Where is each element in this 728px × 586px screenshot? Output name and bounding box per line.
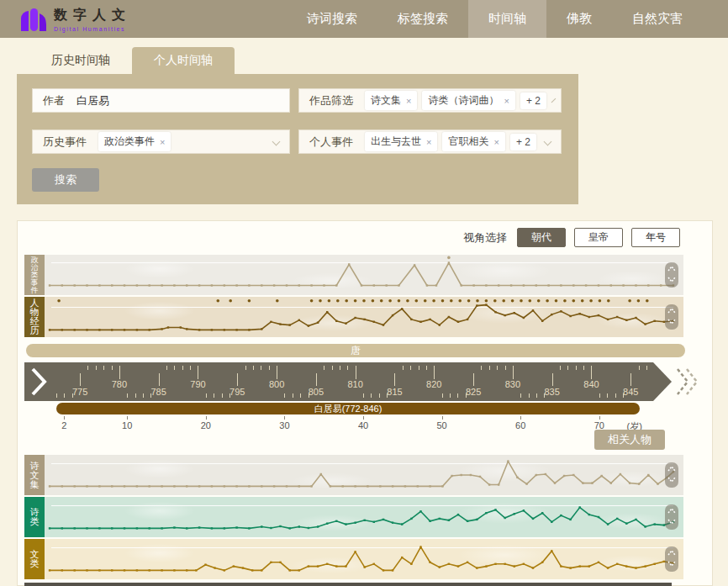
- filter-tag[interactable]: 出生与去世×: [365, 132, 437, 151]
- year-label: 815: [387, 387, 402, 397]
- filter-tag-label: 诗类（诗词曲）: [428, 93, 499, 108]
- event-charts: 政治类事件人物经历: [24, 255, 685, 337]
- year-label: 845: [623, 387, 638, 397]
- year-tick-major: [159, 373, 160, 386]
- chart-row-shilei: 诗类: [24, 497, 685, 537]
- chevron-down-icon[interactable]: [544, 138, 552, 146]
- timeline-tabs: 历史时间轴个人时间轴: [29, 49, 235, 74]
- nav-item-标签搜索[interactable]: 标签搜索: [377, 0, 468, 38]
- app-header: 数字人文 Digital Humanities 诗词搜索标签搜索时间轴佛教自然灾…: [0, 0, 728, 38]
- view-button-朝代[interactable]: 朝代: [517, 228, 566, 247]
- year-tick-major: [356, 366, 356, 379]
- personal-event-select[interactable]: 个人事件 出生与去世×官职相关×+ 2: [298, 129, 562, 154]
- author-field[interactable]: 作者 白居易: [32, 88, 290, 113]
- year-tick-minor: [363, 393, 364, 398]
- year-label: 820: [426, 379, 441, 389]
- year-tick-minor: [261, 366, 261, 370]
- year-tick-major: [473, 373, 474, 386]
- remove-tag-icon[interactable]: ×: [504, 96, 509, 106]
- age-tick: [363, 416, 364, 420]
- age-axis: 210203040506070(岁): [24, 416, 685, 430]
- filter-panel: 作者 白居易 作品筛选 诗文集×诗类（诗词曲）×+ 2 历史事件 政治类事件× …: [17, 74, 578, 204]
- chart-label-life-events: 人物经历: [24, 297, 45, 337]
- year-tick-minor: [403, 366, 404, 370]
- filter-tag-label: 出生与去世: [371, 135, 421, 149]
- age-label: 10: [122, 420, 132, 430]
- year-tick-minor: [190, 366, 191, 370]
- year-tick-major: [513, 366, 514, 379]
- view-select-buttons: 朝代皇帝年号: [517, 228, 680, 247]
- nav-item-自然灾害[interactable]: 自然灾害: [612, 0, 703, 38]
- personal-event-chips: 出生与去世×官职相关×+ 2: [365, 132, 538, 151]
- year-tick-major: [552, 373, 553, 386]
- year-tick-minor: [481, 366, 482, 370]
- chart-plot-shilei: [45, 497, 683, 537]
- year-tick-minor: [607, 393, 608, 398]
- timeline-chart-panel: 视角选择 朝代皇帝年号 政治类事件人物经历 唐 7757807857907958…: [17, 220, 713, 586]
- age-label: 60: [515, 420, 525, 430]
- year-tick-major: [237, 373, 238, 386]
- chart-label-shilei: 诗类: [24, 497, 45, 537]
- year-tick-minor: [347, 366, 348, 370]
- year-tick-minor: [269, 366, 270, 370]
- age-label: 2: [61, 420, 66, 430]
- year-tick-minor: [576, 366, 577, 370]
- logo-title: 数字人文: [54, 7, 131, 24]
- age-tick: [520, 416, 521, 420]
- search-button[interactable]: 搜索: [32, 168, 99, 192]
- chart-resize-handle[interactable]: [665, 462, 678, 488]
- year-tick-minor: [253, 366, 254, 370]
- more-tags-chip[interactable]: + 2: [520, 92, 546, 109]
- dynasty-bar[interactable]: 唐: [26, 344, 685, 357]
- year-label: 835: [544, 387, 559, 397]
- year-tick-major: [316, 373, 317, 386]
- year-tick-minor: [379, 393, 380, 398]
- year-tick-minor: [560, 366, 561, 370]
- app-logo: 数字人文 Digital Humanities: [0, 0, 131, 38]
- chart-row-political-events: 政治类事件: [24, 255, 685, 295]
- chevron-down-icon[interactable]: [272, 138, 281, 146]
- ruler-scroll-left-icon[interactable]: [29, 367, 48, 397]
- remove-tag-icon[interactable]: ×: [426, 137, 431, 147]
- chart-resize-handle[interactable]: [665, 504, 678, 530]
- remove-tag-icon[interactable]: ×: [160, 137, 165, 147]
- year-label: 830: [505, 379, 520, 389]
- filter-tag[interactable]: 诗文集×: [365, 91, 417, 110]
- year-tick-minor: [646, 366, 647, 370]
- filter-tag[interactable]: 政治类事件×: [98, 132, 171, 151]
- year-tick-minor: [529, 393, 530, 398]
- chart-label-shiwenji: 诗文集: [24, 455, 45, 495]
- remove-tag-icon[interactable]: ×: [406, 96, 411, 106]
- ruler-scroll-right-icon[interactable]: [675, 367, 700, 396]
- remove-tag-icon[interactable]: ×: [493, 137, 499, 147]
- next-ruler-edge: [24, 583, 672, 586]
- year-tick-minor: [293, 393, 293, 398]
- nav-item-时间轴[interactable]: 时间轴: [468, 0, 546, 38]
- tab-个人时间轴[interactable]: 个人时间轴: [132, 47, 235, 74]
- works-filter-select[interactable]: 作品筛选 诗文集×诗类（诗词曲）×+ 2: [298, 88, 562, 113]
- filter-tag[interactable]: 官职相关×: [442, 132, 504, 151]
- year-label: 805: [309, 387, 324, 397]
- more-tags-chip[interactable]: + 2: [510, 134, 536, 150]
- history-event-select[interactable]: 历史事件 政治类事件×: [32, 129, 290, 154]
- year-label: 780: [112, 379, 127, 389]
- chart-resize-handle[interactable]: [665, 546, 678, 572]
- year-tick-minor: [64, 393, 65, 398]
- author-label: 作者: [43, 93, 65, 108]
- year-tick-major: [277, 366, 277, 379]
- year-ruler[interactable]: 7757807857907958008058108158208258308358…: [24, 362, 672, 401]
- tab-历史时间轴[interactable]: 历史时间轴: [29, 47, 132, 74]
- chevron-down-icon[interactable]: [551, 98, 557, 103]
- logo-icon: [17, 6, 47, 33]
- related-persons-button[interactable]: 相关人物: [594, 430, 665, 450]
- chart-resize-handle[interactable]: [665, 262, 678, 288]
- view-button-年号[interactable]: 年号: [631, 228, 680, 247]
- age-label: 30: [279, 420, 289, 430]
- filter-tag[interactable]: 诗类（诗词曲）×: [422, 91, 514, 110]
- year-tick-minor: [284, 393, 285, 398]
- view-button-皇帝[interactable]: 皇帝: [574, 228, 623, 247]
- nav-item-佛教[interactable]: 佛教: [546, 0, 612, 38]
- chart-resize-handle[interactable]: [665, 304, 678, 330]
- year-tick-minor: [324, 366, 324, 370]
- nav-item-诗词搜索[interactable]: 诗词搜索: [287, 0, 377, 38]
